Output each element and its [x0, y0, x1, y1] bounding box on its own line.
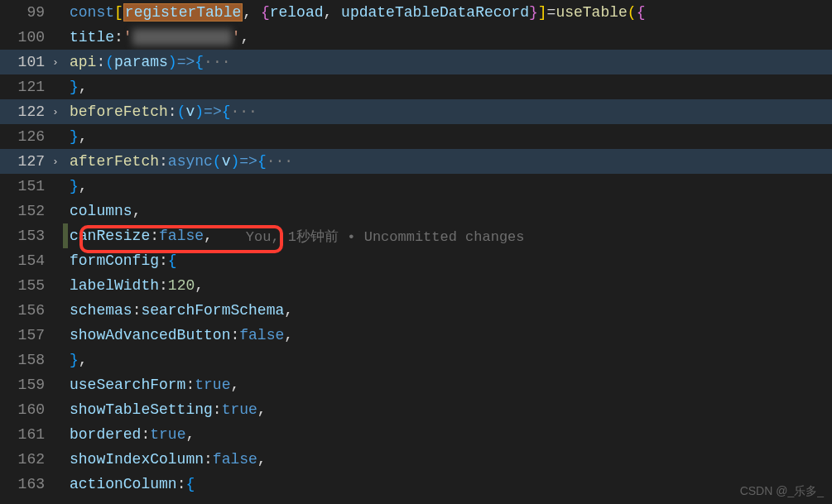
code-line[interactable]: 159 useSearchForm: true, — [0, 372, 832, 397]
code-content[interactable]: showAdvancedButton: false, — [68, 327, 832, 343]
code-line[interactable]: 100 title: '', — [0, 25, 832, 50]
code-line[interactable]: 126 }, — [0, 124, 832, 149]
code-content[interactable]: }, — [68, 178, 832, 194]
code-line[interactable]: 122 › beforeFetch: (v) => {··· — [0, 99, 832, 124]
line-number: 162 — [0, 451, 48, 468]
line-number: 101 — [0, 54, 48, 70]
code-content[interactable]: afterFetch: async (v) => {··· — [68, 153, 832, 170]
line-number: 121 — [0, 79, 48, 95]
code-line[interactable]: 155 labelWidth: 120, — [0, 273, 832, 298]
code-content[interactable]: labelWidth: 120, — [68, 277, 832, 294]
code-line[interactable]: 121 }, — [0, 74, 832, 99]
code-content[interactable]: showIndexColumn: false, — [68, 451, 832, 468]
fold-collapsed-icon[interactable]: › — [48, 56, 63, 69]
code-line[interactable]: 154 formConfig: { — [0, 248, 832, 273]
line-number: 151 — [0, 178, 48, 194]
code-line[interactable]: 157 showAdvancedButton: false, — [0, 323, 832, 348]
code-editor[interactable]: 99 const [registerTable, { reload, updat… — [0, 0, 832, 504]
line-number: 157 — [0, 327, 48, 343]
code-line[interactable]: 127 › afterFetch: async (v) => {··· — [0, 149, 832, 174]
line-number: 159 — [0, 377, 48, 393]
code-content[interactable]: formConfig: { — [68, 252, 832, 269]
code-content[interactable]: const [registerTable, { reload, updateTa… — [68, 3, 832, 22]
code-content[interactable]: title: '', — [68, 29, 832, 46]
code-line[interactable]: 152 columns, — [0, 199, 832, 223]
line-number: 156 — [0, 302, 48, 319]
code-line[interactable]: 163 actionColumn: { — [0, 472, 832, 497]
line-number: 158 — [0, 352, 48, 368]
code-line[interactable]: 101 › api: (params) => {··· — [0, 50, 832, 74]
line-number: 100 — [0, 29, 48, 46]
line-number: 155 — [0, 277, 48, 294]
code-line[interactable]: 160 showTableSetting: true, — [0, 397, 832, 422]
code-line[interactable]: 156 schemas: searchFormSchema, — [0, 298, 832, 323]
line-number: 127 — [0, 153, 48, 170]
code-line[interactable]: 99 const [registerTable, { reload, updat… — [0, 0, 832, 25]
code-content[interactable]: }, — [68, 79, 832, 95]
line-number: 122 — [0, 103, 48, 120]
line-number: 160 — [0, 401, 48, 418]
code-content[interactable]: api: (params) => {··· — [68, 54, 832, 70]
code-content[interactable]: }, — [68, 352, 832, 368]
code-line[interactable]: 161 bordered: true, — [0, 422, 832, 447]
code-content[interactable]: canResize: false,You, 1秒钟前 • Uncommitted… — [68, 227, 832, 246]
code-content[interactable]: }, — [68, 128, 832, 145]
fold-collapsed-icon[interactable]: › — [48, 106, 63, 118]
code-line[interactable]: 158 }, — [0, 348, 832, 372]
code-content[interactable]: bordered: true, — [68, 426, 832, 443]
line-number: 154 — [0, 252, 48, 269]
line-number: 161 — [0, 426, 48, 443]
git-blame-annotation: You, 1秒钟前 • Uncommitted changes — [213, 227, 525, 246]
code-content[interactable]: useSearchForm: true, — [68, 377, 832, 393]
line-number: 152 — [0, 203, 48, 219]
code-content[interactable]: schemas: searchFormSchema, — [68, 302, 832, 319]
code-content[interactable]: columns, — [68, 203, 832, 219]
line-number: 126 — [0, 128, 48, 145]
line-number: 163 — [0, 476, 48, 492]
watermark: CSDN @_乐多_ — [740, 484, 824, 499]
line-number: 99 — [0, 4, 48, 21]
code-line[interactable]: 151 }, — [0, 174, 832, 199]
fold-collapsed-icon[interactable]: › — [48, 156, 63, 168]
redacted-text — [132, 29, 232, 46]
code-content[interactable]: showTableSetting: true, — [68, 401, 832, 418]
code-line[interactable]: 153 canResize: false,You, 1秒钟前 • Uncommi… — [0, 223, 832, 248]
code-line[interactable]: 162 showIndexColumn: false, — [0, 447, 832, 472]
code-content[interactable]: beforeFetch: (v) => {··· — [68, 103, 832, 120]
code-content[interactable]: actionColumn: { — [68, 476, 832, 492]
line-number: 153 — [0, 228, 48, 244]
